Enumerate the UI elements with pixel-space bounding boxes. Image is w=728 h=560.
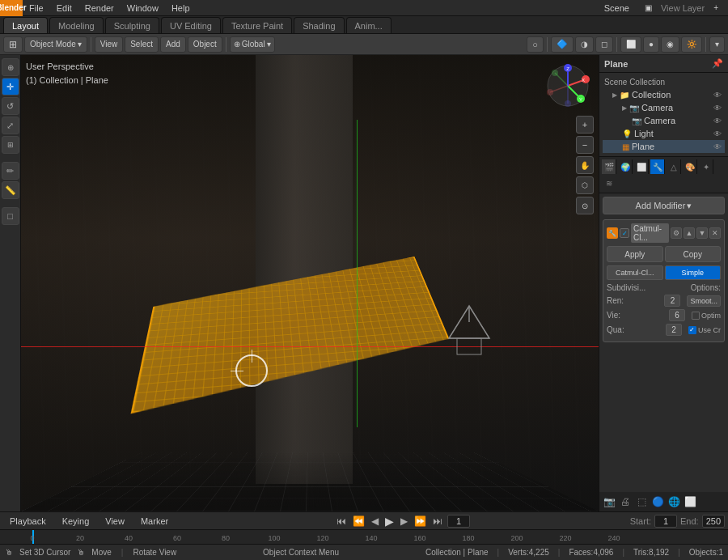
viewport-shading-settings[interactable]: ▾ [709, 36, 725, 53]
tab-shading[interactable]: Shading [294, 17, 344, 33]
material-shading-btn[interactable]: ◉ [661, 36, 679, 53]
proportional-edit-btn[interactable]: ○ [527, 36, 544, 53]
view-layer-props-icon[interactable]: ⬚ [634, 494, 649, 509]
jump-end-btn[interactable]: ⏭ [431, 515, 444, 527]
copy-btn[interactable]: Copy [665, 246, 722, 262]
plane-item[interactable]: ▦ Plane 👁 [603, 140, 725, 153]
tab-physics-props[interactable]: ≋ [602, 176, 616, 190]
tab-object-props[interactable]: ⬜ [634, 159, 649, 174]
rotate-tool[interactable]: ↺ [2, 97, 19, 115]
end-frame-input[interactable]: 250 [702, 515, 725, 528]
add-modifier-btn[interactable]: Add Modifier ▾ [603, 197, 725, 214]
next-keyframe-btn[interactable]: ⏩ [413, 515, 428, 527]
timeline-ruler[interactable]: 0 20 40 60 80 100 120 140 160 180 200 22… [0, 529, 728, 544]
prev-keyframe-btn[interactable]: ⏪ [351, 515, 366, 527]
ren-value[interactable]: 2 [664, 295, 680, 307]
jump-start-btn[interactable]: ⏮ [335, 515, 348, 527]
camera-obj-visibility-icon[interactable]: 👁 [713, 117, 722, 125]
pin-icon[interactable]: 📌 [712, 58, 723, 69]
obj-props-icon[interactable]: ⬜ [683, 494, 697, 509]
editor-type-btn[interactable]: ⊞ [3, 36, 23, 53]
output-props-icon[interactable]: 🖨 [618, 494, 633, 509]
light-item[interactable]: 💡 Light 👁 [603, 127, 725, 140]
tab-material-props[interactable]: 🎨 [683, 159, 697, 174]
zoom-out-btn[interactable]: − [576, 136, 594, 154]
pan-view-btn[interactable]: ✋ [576, 156, 594, 174]
playback-menu[interactable]: Playback [3, 513, 53, 529]
move-tool[interactable]: ✛ [2, 78, 19, 95]
prev-frame-btn[interactable]: ◀ [370, 515, 380, 527]
menu-edit[interactable]: Edit [50, 0, 78, 16]
subdiv-down-btn[interactable]: ▼ [696, 227, 708, 239]
play-btn[interactable]: ▶ [383, 515, 396, 528]
zoom-in-btn[interactable]: + [576, 116, 594, 134]
light-visibility-icon[interactable]: 👁 [713, 129, 722, 138]
current-frame-input[interactable]: 1 [447, 515, 470, 528]
view-menu-btn[interactable]: View [95, 36, 124, 53]
tab-data-props[interactable]: △ [667, 159, 681, 174]
perspective-toggle-btn[interactable]: ⬡ [576, 176, 594, 194]
marker-menu[interactable]: Marker [134, 513, 175, 529]
menu-help[interactable]: Help [165, 0, 197, 16]
add-cube-tool[interactable]: □ [2, 207, 19, 225]
subdiv-close-btn[interactable]: ✕ [709, 227, 721, 239]
tab-modeling[interactable]: Modeling [49, 17, 104, 33]
tab-uv-editing[interactable]: UV Editing [161, 17, 221, 33]
next-frame-btn[interactable]: ▶ [399, 515, 409, 527]
tab-particles-props[interactable]: ✦ [699, 159, 713, 174]
3d-viewport[interactable]: User Perspective (1) Collection | Plane … [21, 55, 599, 511]
subdiv-checkbox[interactable]: ✓ [620, 228, 629, 238]
tab-world-props[interactable]: 🌍 [618, 159, 633, 174]
measure-tool[interactable]: 📏 [2, 181, 19, 199]
tab-scene-props[interactable]: 🎬 [602, 159, 616, 174]
camera-collection-item[interactable]: ▶ 📷 Camera 👁 [603, 101, 725, 114]
annotate-tool[interactable]: ✏ [2, 162, 19, 180]
menu-render[interactable]: Render [78, 0, 121, 16]
select-menu-btn[interactable]: Select [125, 36, 159, 53]
subdiv-settings-btn[interactable]: ⚙ [671, 227, 682, 239]
object-menu-btn[interactable]: Object [188, 36, 222, 53]
transform-space-btn[interactable]: ⊕ Global ▾ [230, 36, 275, 53]
tab-modifier-props[interactable]: 🔧 [650, 159, 665, 174]
screen-layout-btn[interactable]: ▣ [638, 0, 658, 16]
keying-menu[interactable]: Keying [56, 513, 96, 529]
axis-gizmo[interactable]: X Y Z [544, 62, 592, 110]
camera-object-item[interactable]: 📷 Camera 👁 [603, 114, 725, 127]
usecr-checkbox[interactable]: ✓ [688, 326, 696, 334]
subdiv-up-btn[interactable]: ▲ [684, 227, 695, 239]
rendered-shading-btn[interactable]: 🔆 [681, 36, 702, 53]
view-layer-btn[interactable]: + [707, 0, 725, 16]
catmull-clark-btn[interactable]: Catmul-Cl... [607, 265, 663, 280]
xray-btn[interactable]: ◻ [595, 36, 613, 53]
vie-value[interactable]: 6 [669, 309, 685, 321]
tab-animation[interactable]: Anim... [346, 17, 392, 33]
tab-sculpting[interactable]: Sculpting [105, 17, 159, 33]
local-view-btn[interactable]: ⊙ [576, 197, 594, 214]
menu-file[interactable]: File [23, 0, 50, 16]
snap-btn[interactable]: 🔷 [551, 36, 574, 53]
cursor-tool[interactable]: ⊕ [2, 58, 19, 76]
tab-texture-paint[interactable]: Texture Paint [222, 17, 292, 33]
solid-shading-btn[interactable]: ● [643, 36, 659, 53]
transform-tool[interactable]: ⊞ [2, 136, 19, 154]
plane-visibility-icon[interactable]: 👁 [713, 142, 722, 151]
start-frame-input[interactable]: 1 [654, 515, 677, 528]
simple-btn[interactable]: Simple [665, 265, 722, 280]
view-menu[interactable]: View [99, 513, 131, 529]
scale-tool[interactable]: ⤢ [2, 117, 19, 134]
world-props-icon[interactable]: 🌐 [667, 494, 681, 509]
apply-btn[interactable]: Apply [607, 246, 663, 262]
scene-props-icon[interactable]: 🔵 [650, 494, 665, 509]
collection-visibility-icon[interactable]: 👁 [713, 91, 722, 100]
camera-collection-visibility-icon[interactable]: 👁 [713, 104, 722, 112]
menu-window[interactable]: Window [121, 0, 165, 16]
smooth-dropdown[interactable]: Smoot... [687, 295, 721, 307]
wire-shading-btn[interactable]: ⬜ [620, 36, 641, 53]
mode-toggle-btn[interactable]: Object Mode ▾ [24, 36, 87, 53]
overlay-btn[interactable]: ◑ [575, 36, 594, 53]
collection-item[interactable]: ▶ 📁 Collection 👁 [603, 88, 725, 101]
tab-layout[interactable]: Layout [3, 17, 48, 33]
render-props-icon[interactable]: 📷 [602, 494, 616, 509]
add-menu-btn[interactable]: Add [160, 36, 186, 53]
subdiv-name-field[interactable]: Catmul-Cl... [631, 223, 669, 243]
